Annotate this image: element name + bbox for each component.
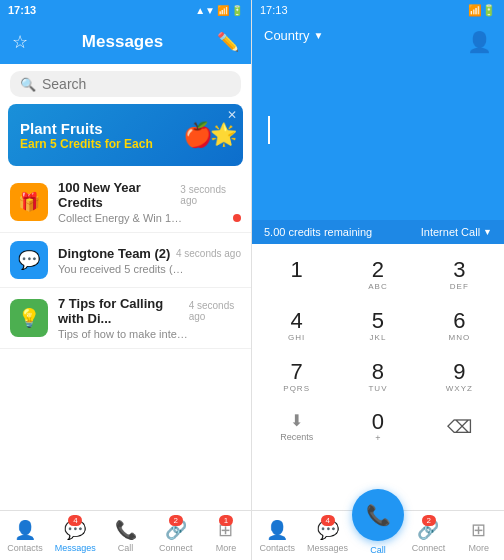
nav-more[interactable]: 1 ⊞ More xyxy=(201,511,251,560)
message-name-0: 100 New Year Credits xyxy=(58,180,180,210)
left-status-icons: ▲▼ 📶 🔋 xyxy=(195,5,243,16)
right-nav-contacts[interactable]: 👤 Contacts xyxy=(252,511,302,560)
more-badge: 1 xyxy=(219,515,233,526)
call-phone-icon: 📞 xyxy=(366,503,391,527)
dial-key-0[interactable]: 0 + xyxy=(348,405,408,449)
messages-title: Messages xyxy=(82,32,163,52)
avatar-2: 💡 xyxy=(10,299,48,337)
message-preview-2: Tips of how to make international a... xyxy=(58,328,241,340)
right-contacts-icon: 👤 xyxy=(266,519,288,541)
message-time-0: 3 seconds ago xyxy=(180,184,241,206)
search-wrapper[interactable]: 🔍 xyxy=(10,71,241,97)
country-arrow-icon: ▼ xyxy=(314,30,324,41)
right-nav-call[interactable]: 📞 Call xyxy=(353,511,403,560)
nav-call-label: Call xyxy=(118,543,134,553)
dial-key-3[interactable]: 3 DEF xyxy=(429,253,489,297)
nav-connect-label: Connect xyxy=(159,543,193,553)
credits-row: 5.00 credits remaining Internet Call ▼ xyxy=(252,220,504,244)
dial-key-2[interactable]: 2 ABC xyxy=(348,253,408,297)
right-status-icons: 📶🔋 xyxy=(468,4,496,17)
avatar-1: 💬 xyxy=(10,241,48,279)
dial-row-3: 7 PQRS 8 TUV 9 WXYZ xyxy=(256,352,500,403)
banner-close-icon[interactable]: ✕ xyxy=(227,108,237,122)
dial-key-1[interactable]: 1 xyxy=(267,253,327,297)
recents-button[interactable]: ⬇ Recents xyxy=(267,405,327,449)
right-nav-more-label: More xyxy=(469,543,490,553)
messages-badge: 4 xyxy=(68,515,82,526)
messages-header: ☆ Messages ✏️ xyxy=(0,20,251,64)
dial-row-1: 1 2 ABC 3 DEF xyxy=(256,250,500,301)
left-bottom-nav: 👤 Contacts 4 💬 Messages 📞 Call 2 🔗 Conne… xyxy=(0,510,251,560)
message-item-1[interactable]: 💬 Dingtone Team (2) 4 seconds ago You re… xyxy=(0,233,251,288)
message-preview-1: You received 5 credits (valid for 3 m... xyxy=(58,263,241,275)
star-icon[interactable]: ☆ xyxy=(12,31,28,53)
right-panel: 17:13 📶🔋 Country ▼ 👤 5.00 credits remain… xyxy=(252,0,504,560)
dial-key-8[interactable]: 8 TUV xyxy=(348,355,408,399)
message-content-1: Dingtone Team (2) 4 seconds ago You rece… xyxy=(58,246,241,275)
contact-icon[interactable]: 👤 xyxy=(467,30,492,54)
right-nav-connect[interactable]: 2 🔗 Connect xyxy=(403,511,453,560)
banner-coin-icon: 🌟 xyxy=(210,122,237,148)
avatar-0: 🎁 xyxy=(10,183,48,221)
message-item-2[interactable]: 💡 7 Tips for Calling with Di... 4 second… xyxy=(0,288,251,349)
message-preview-0: Collect Energy & Win 100 New Year... xyxy=(58,212,241,224)
phone-cursor xyxy=(268,116,270,144)
dial-key-6[interactable]: 6 MNO xyxy=(429,304,489,348)
right-nav-more[interactable]: ⊞ More xyxy=(454,511,504,560)
contacts-icon: 👤 xyxy=(14,519,36,541)
message-content-2: 7 Tips for Calling with Di... 4 seconds … xyxy=(58,296,241,340)
message-content-0: 100 New Year Credits 3 seconds ago Colle… xyxy=(58,180,241,224)
recents-icon: ⬇ xyxy=(290,411,303,430)
nav-contacts-label: Contacts xyxy=(7,543,43,553)
dial-key-9[interactable]: 9 WXYZ xyxy=(429,355,489,399)
right-nav-contacts-label: Contacts xyxy=(259,543,295,553)
connect-badge: 2 xyxy=(169,515,183,526)
call-button[interactable]: 📞 xyxy=(352,489,404,541)
phone-input-area[interactable] xyxy=(264,51,492,208)
dial-key-4[interactable]: 4 GHI xyxy=(267,304,327,348)
call-type-arrow: ▼ xyxy=(483,227,492,237)
backspace-icon: ⌫ xyxy=(447,416,472,438)
dial-key-7[interactable]: 7 PQRS xyxy=(267,355,327,399)
call-type[interactable]: Internet Call ▼ xyxy=(421,226,492,238)
backspace-button[interactable]: ⌫ xyxy=(429,405,489,449)
edit-icon[interactable]: ✏️ xyxy=(217,31,239,53)
right-status-bar: 17:13 📶🔋 xyxy=(252,0,504,20)
right-connect-badge: 2 xyxy=(422,515,436,526)
message-name-1: Dingtone Team (2) xyxy=(58,246,170,261)
recents-label: Recents xyxy=(280,432,313,442)
dialer-top: Country ▼ 👤 xyxy=(252,20,504,220)
dial-bottom-row: ⬇ Recents 0 + ⌫ xyxy=(256,402,500,453)
nav-messages[interactable]: 4 💬 Messages xyxy=(50,511,100,560)
message-time-1: 4 seconds ago xyxy=(176,248,241,259)
nav-contacts[interactable]: 👤 Contacts xyxy=(0,511,50,560)
message-item-0[interactable]: 🎁 100 New Year Credits 3 seconds ago Col… xyxy=(0,172,251,233)
right-nav-connect-label: Connect xyxy=(412,543,446,553)
right-nav-messages[interactable]: 4 💬 Messages xyxy=(302,511,352,560)
dial-key-5[interactable]: 5 JKL xyxy=(348,304,408,348)
message-header-1: Dingtone Team (2) 4 seconds ago xyxy=(58,246,241,261)
nav-call[interactable]: 📞 Call xyxy=(100,511,150,560)
country-row[interactable]: Country ▼ xyxy=(264,28,492,43)
nav-messages-label: Messages xyxy=(55,543,96,553)
nav-connect[interactable]: 2 🔗 Connect xyxy=(151,511,201,560)
right-nav-messages-label: Messages xyxy=(307,543,348,553)
left-panel: 17:13 ▲▼ 📶 🔋 ☆ Messages ✏️ 🔍 ✕ Plant Fru… xyxy=(0,0,252,560)
call-icon: 📞 xyxy=(115,519,137,541)
right-time: 17:13 xyxy=(260,4,288,16)
search-icon: 🔍 xyxy=(20,77,36,92)
left-status-bar: 17:13 ▲▼ 📶 🔋 xyxy=(0,0,251,20)
search-bar: 🔍 xyxy=(0,64,251,104)
message-name-2: 7 Tips for Calling with Di... xyxy=(58,296,189,326)
nav-more-label: More xyxy=(216,543,237,553)
right-messages-badge: 4 xyxy=(321,515,335,526)
credits-text: 5.00 credits remaining xyxy=(264,226,372,238)
left-time: 17:13 xyxy=(8,4,36,16)
right-more-icon: ⊞ xyxy=(471,519,486,541)
search-input[interactable] xyxy=(42,76,231,92)
dial-row-2: 4 GHI 5 JKL 6 MNO xyxy=(256,301,500,352)
message-list: 🎁 100 New Year Credits 3 seconds ago Col… xyxy=(0,172,251,510)
right-bottom-nav: 👤 Contacts 4 💬 Messages 📞 Call 2 🔗 Conne… xyxy=(252,510,504,560)
message-header-0: 100 New Year Credits 3 seconds ago xyxy=(58,180,241,210)
promo-banner[interactable]: ✕ Plant Fruits Earn 5 Credits for Each 🍎… xyxy=(8,104,243,166)
